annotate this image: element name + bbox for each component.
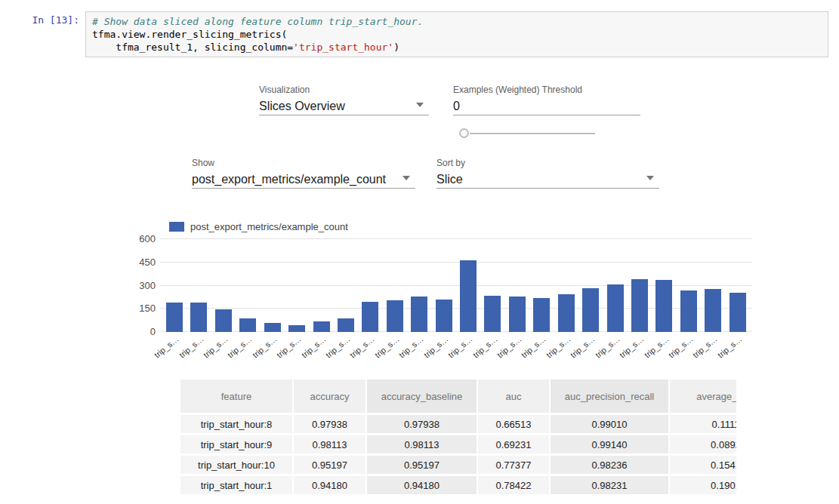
bar[interactable] [190, 303, 207, 332]
table-header-cell: accuracy_baseline [367, 380, 477, 413]
table-header-cell: average_loss [670, 380, 736, 413]
bar-slot: trip_s… [288, 325, 305, 332]
bar[interactable] [288, 325, 305, 332]
table-cell: 0.94180 [367, 476, 477, 494]
table-cell: trip_start_hour:10 [180, 456, 292, 474]
table-row[interactable]: trip_start_hour:100.951970.951970.773770… [180, 456, 736, 474]
bar-slot: trip_s… [607, 284, 624, 332]
x-tick-label: trip_s… [691, 334, 719, 360]
y-tick-label: 450 [139, 257, 156, 268]
show-dropdown[interactable]: Show post_export_metrics/example_count [192, 158, 415, 189]
bar[interactable] [729, 293, 746, 332]
legend-label: post_export_metrics/example_count [190, 221, 348, 232]
bar[interactable] [705, 289, 721, 332]
bars: trip_s…trip_s…trip_s…trip_s…trip_s…trip_… [166, 239, 746, 332]
table-header-cell: auc_precision_recall [551, 380, 668, 413]
bar-slot: trip_s… [239, 318, 256, 332]
bar[interactable] [582, 288, 599, 332]
show-label: Show [192, 158, 415, 168]
table-cell: 0.77377 [478, 456, 549, 474]
bar[interactable] [533, 298, 550, 332]
table-row[interactable]: trip_start_hour:90.981130.981130.692310.… [180, 435, 736, 453]
bar[interactable] [239, 318, 256, 332]
bar[interactable] [484, 296, 501, 332]
x-tick-label: trip_s… [422, 334, 450, 360]
table-row[interactable]: trip_start_hour:80.979380.979380.665130.… [180, 415, 736, 433]
table-cell: 0.98113 [294, 435, 366, 453]
table-cell: 0.97938 [294, 415, 366, 433]
threshold-slider[interactable] [459, 128, 595, 139]
y-axis: 6004503001500 [136, 239, 156, 332]
bar-slot: trip_s… [215, 309, 232, 332]
x-tick-label: trip_s… [716, 334, 744, 360]
table-cell: 0.98236 [551, 456, 668, 474]
slices-bar-chart: 6004503001500 trip_s…trip_s…trip_s…trip_… [136, 239, 752, 360]
bar-slot: trip_s… [533, 298, 550, 332]
sort-by-label: Sort by [436, 158, 659, 168]
metrics-table-container[interactable]: featureaccuracyaccuracy_baselineaucauc_p… [179, 377, 736, 504]
x-tick-label: trip_s… [446, 334, 474, 360]
table-cell: trip_start_hour:9 [180, 435, 292, 453]
bar-slot: trip_s… [509, 297, 526, 332]
bar[interactable] [460, 260, 477, 332]
bar-slot: trip_s… [362, 302, 378, 332]
chevron-down-icon[interactable] [403, 176, 410, 180]
sort-by-dropdown[interactable]: Sort by Slice [436, 158, 659, 189]
bar-slot: trip_s… [436, 300, 452, 332]
y-tick-label: 600 [139, 234, 156, 244]
table-body: trip_start_hour:80.979380.979380.665130.… [180, 415, 736, 494]
table-cell: 0.94180 [294, 476, 366, 494]
code-editor[interactable]: # Show data sliced along feature column … [85, 11, 828, 57]
bar[interactable] [436, 300, 452, 332]
metrics-table: featureaccuracyaccuracy_baselineaucauc_p… [179, 377, 736, 496]
bar[interactable] [387, 300, 403, 332]
table-header-cell: feature [180, 380, 292, 413]
chevron-down-icon[interactable] [416, 103, 424, 107]
chevron-down-icon[interactable] [646, 176, 654, 180]
visualization-label: Visualization [259, 85, 429, 95]
bar[interactable] [313, 321, 330, 332]
x-tick-label: trip_s… [373, 334, 401, 360]
bar[interactable] [558, 294, 575, 332]
bar[interactable] [215, 309, 232, 332]
bar[interactable] [607, 284, 624, 332]
x-tick-label: trip_s… [177, 334, 205, 360]
bar[interactable] [411, 297, 427, 332]
threshold-label: Examples (Weighted) Threshold [453, 85, 640, 95]
bar-slot: trip_s… [680, 290, 697, 332]
table-cell: 0.1111 [670, 415, 736, 433]
table-cell: 0.1901 [670, 476, 736, 494]
bar[interactable] [166, 303, 183, 332]
threshold-field[interactable]: Examples (Weighted) Threshold [453, 85, 640, 115]
visualization-dropdown[interactable]: Visualization Slices Overview [259, 85, 429, 115]
bar[interactable] [338, 318, 354, 332]
bar[interactable] [264, 323, 281, 332]
table-row[interactable]: trip_start_hour:10.941800.941800.784220.… [180, 476, 736, 494]
x-tick-label: trip_s… [153, 334, 180, 360]
bar[interactable] [680, 290, 697, 332]
x-tick-label: trip_s… [520, 334, 548, 360]
bar-slot: trip_s… [264, 323, 281, 332]
code-comment: # Show data sliced along feature column … [92, 16, 423, 27]
bar-slot: trip_s… [313, 321, 330, 332]
slider-knob[interactable] [459, 128, 469, 138]
show-value: post_export_metrics/example_count [192, 171, 415, 189]
x-tick-label: trip_s… [251, 334, 279, 360]
sort-by-value: Slice [436, 171, 659, 189]
table-cell: 0.98113 [367, 435, 477, 453]
bar-slot: trip_s… [705, 289, 721, 332]
threshold-input[interactable] [453, 100, 640, 113]
bar[interactable] [631, 279, 648, 332]
code-string: 'trip_start_hour' [293, 41, 393, 53]
table-cell: trip_start_hour:1 [180, 476, 292, 494]
x-tick-label: trip_s… [226, 334, 254, 360]
visualization-value: Slices Overview [259, 97, 429, 115]
table-cell: 0.0892 [670, 435, 736, 453]
x-tick-label: trip_s… [202, 334, 230, 360]
table-cell: 0.98231 [551, 476, 668, 494]
bar[interactable] [509, 297, 526, 332]
x-tick-label: trip_s… [618, 334, 646, 360]
bar[interactable] [362, 302, 378, 332]
bar-slot: trip_s… [166, 303, 183, 332]
bar[interactable] [655, 280, 672, 332]
